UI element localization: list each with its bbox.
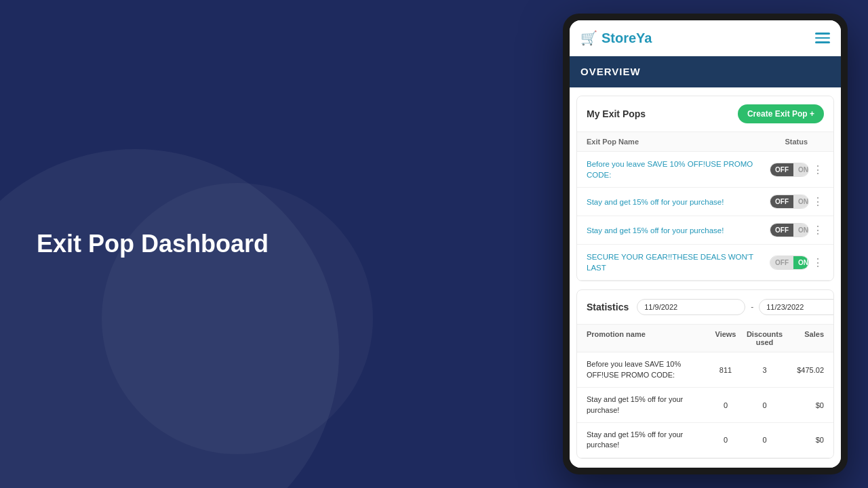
stats-sales: $475.02 <box>787 366 824 374</box>
stats-discounts: 0 <box>743 436 787 444</box>
exit-pop-row: Stay and get 15% off for your purchase! … <box>577 188 833 216</box>
hamburger-line-1 <box>815 33 830 35</box>
stats-promo-name: Stay and get 15% off for your purchase! <box>587 430 709 451</box>
date-to-input[interactable] <box>759 299 834 315</box>
toggle-on-label[interactable]: ON <box>793 195 809 208</box>
overview-label: OVERVIEW <box>580 66 641 77</box>
toggle-switch[interactable]: OFF ON <box>770 223 809 237</box>
toggle-off-label[interactable]: OFF <box>770 224 793 237</box>
stats-sales: $0 <box>787 401 824 409</box>
exit-pops-table-header: Exit Pop Name Status <box>577 131 833 152</box>
exit-pop-name[interactable]: Stay and get 15% off for your purchase! <box>587 197 770 207</box>
device-frame: 🛒 StoreYa OVERVIEW My Exit Pops Create E… <box>563 14 848 474</box>
more-options-icon[interactable]: ⋮ <box>812 163 824 176</box>
stats-row: Before you leave SAVE 10% OFF!USE PROMO … <box>577 352 833 388</box>
exit-pops-title: My Exit Pops <box>587 108 646 119</box>
toggle-off-label[interactable]: OFF <box>770 163 793 176</box>
hamburger-line-3 <box>815 41 830 43</box>
logo-text: StoreYa <box>601 30 652 46</box>
toggle-switch[interactable]: OFF ON <box>770 163 809 177</box>
toggle-container: OFF ON ⋮ <box>770 256 824 270</box>
toggle-container: OFF ON ⋮ <box>770 223 824 237</box>
bg-decoration-2 <box>102 183 373 454</box>
create-exit-pop-button[interactable]: Create Exit Pop + <box>738 104 824 123</box>
more-options-icon[interactable]: ⋮ <box>812 224 824 237</box>
stats-discounts: 3 <box>743 366 787 374</box>
stats-row: Stay and get 15% off for your purchase! … <box>577 423 833 458</box>
app-header: 🛒 StoreYa <box>570 20 841 56</box>
stats-views: 811 <box>709 366 743 374</box>
toggle-switch[interactable]: OFF ON <box>770 195 809 209</box>
statistics-title: Statistics <box>587 302 629 312</box>
exit-pop-name[interactable]: SECURE YOUR GEAR!!THESE DEALS WON'T LAST <box>587 251 770 273</box>
left-panel: Exit Pop Dashboard <box>37 229 269 258</box>
stats-sales: $0 <box>787 436 824 444</box>
statistics-header: Statistics - Apply <box>577 290 833 325</box>
device-screen: 🛒 StoreYa OVERVIEW My Exit Pops Create E… <box>570 20 841 468</box>
toggle-off-label[interactable]: OFF <box>770 256 793 269</box>
toggle-switch[interactable]: OFF ON <box>770 256 809 270</box>
col-header-name: Exit Pop Name <box>587 138 756 146</box>
more-options-icon[interactable]: ⋮ <box>812 195 824 208</box>
cart-icon: 🛒 <box>580 30 597 46</box>
toggle-on-label[interactable]: ON <box>793 256 809 269</box>
toggle-on-label[interactable]: ON <box>793 163 809 176</box>
exit-pop-row: Stay and get 15% off for your purchase! … <box>577 216 833 245</box>
col-sales: Sales <box>787 330 824 346</box>
more-options-icon[interactable]: ⋮ <box>812 256 824 269</box>
statistics-section: Statistics - Apply Promotion name Views … <box>576 289 834 458</box>
hamburger-line-2 <box>815 37 830 39</box>
exit-pop-name[interactable]: Stay and get 15% off for your purchase! <box>587 225 770 236</box>
col-header-status: Status <box>756 138 824 146</box>
stats-discounts: 0 <box>743 401 787 409</box>
date-from-input[interactable] <box>637 299 745 315</box>
toggle-off-label[interactable]: OFF <box>770 195 793 208</box>
app-content[interactable]: My Exit Pops Create Exit Pop + Exit Pop … <box>570 87 841 468</box>
date-separator: - <box>751 302 753 312</box>
stats-table-header: Promotion name Views Discounts used Sale… <box>577 325 833 352</box>
col-promo-name: Promotion name <box>587 330 709 346</box>
stats-promo-name: Stay and get 15% off for your purchase! <box>587 394 709 415</box>
col-views: Views <box>709 330 743 346</box>
stats-row: Stay and get 15% off for your purchase! … <box>577 388 833 423</box>
hamburger-menu-button[interactable] <box>815 33 830 43</box>
exit-pops-header: My Exit Pops Create Exit Pop + <box>577 96 833 131</box>
exit-pop-row: SECURE YOUR GEAR!!THESE DEALS WON'T LAST… <box>577 245 833 281</box>
page-title: Exit Pop Dashboard <box>37 229 269 258</box>
toggle-container: OFF ON ⋮ <box>770 163 824 177</box>
toggle-on-label[interactable]: ON <box>793 224 809 237</box>
exit-pops-section: My Exit Pops Create Exit Pop + Exit Pop … <box>576 96 834 281</box>
exit-pop-name[interactable]: Before you leave SAVE 10% OFF!USE PROMO … <box>587 159 770 180</box>
stats-views: 0 <box>709 401 743 409</box>
stats-views: 0 <box>709 436 743 444</box>
toggle-container: OFF ON ⋮ <box>770 195 824 209</box>
overview-bar: OVERVIEW <box>570 56 841 87</box>
col-discounts: Discounts used <box>743 330 787 346</box>
stats-promo-name: Before you leave SAVE 10% OFF!USE PROMO … <box>587 359 709 380</box>
logo-area: 🛒 StoreYa <box>580 30 652 46</box>
exit-pop-row: Before you leave SAVE 10% OFF!USE PROMO … <box>577 152 833 188</box>
